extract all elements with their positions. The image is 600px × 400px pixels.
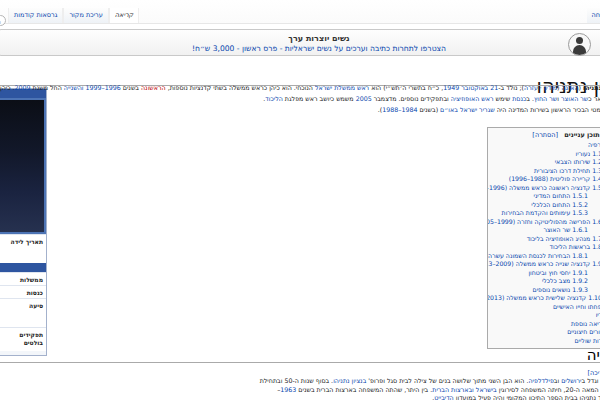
bio-line-1: נולד בתל אביב וגדל בירושלים ובפילדלפיה. …	[260, 377, 600, 384]
text-run: . כיהן גם כשר	[0, 84, 15, 91]
text-run: משמש כיושב ראש מפלגת	[283, 95, 356, 102]
text-run: , שם למד נתניהו בבית הספר התיכון המקומי …	[454, 394, 600, 400]
inline-link[interactable]: והשנייה	[64, 84, 84, 91]
sitenotice-banner: נשים יוצרות ערך הצטרפו לתחרות כתיבה וערכ…	[0, 29, 600, 56]
tab-version-history[interactable]: גרסאות קודמות	[8, 8, 63, 23]
text-run: שנות ה-60 של המאה ה-20, חיתה המשפחה לסיר…	[497, 386, 600, 393]
toc-item[interactable]: 1.2 שירותו הצבאי	[488, 158, 600, 167]
inline-link[interactable]: עזרה	[524, 84, 538, 91]
text-run: החל משנת	[31, 84, 64, 91]
tab-edit-source[interactable]: עריכת מקור	[63, 8, 108, 23]
inline-link[interactable]: ראש ממשלת ישראל	[315, 84, 369, 91]
toc-item[interactable]: 1.10 קדנציה שלישית כראש ממשלה (2013–)	[488, 294, 600, 303]
subsection-heading-youth: נעוריו [עריכה]	[588, 366, 600, 377]
inline-link[interactable]: שר האוצר	[561, 95, 588, 102]
table-of-contents: תוכן עניינים [הסתרה] 1 ביוגרפיה1.1 נעורי…	[487, 127, 600, 349]
toc-item[interactable]: 1.3 תחילת דרכו הציבורית	[488, 167, 600, 176]
inline-link[interactable]: שגריר ישראל באו״ם	[440, 106, 495, 113]
inline-link[interactable]: 2009	[15, 84, 31, 91]
infobox-row-roles-label: תפקידים בולטים	[0, 327, 46, 351]
text-run: ובתפקידים נוספים. מדצמבר	[372, 95, 451, 102]
toc-item[interactable]: 1.8 בראשות הליכוד	[488, 243, 600, 252]
text-run: , בין השאר כ	[588, 95, 600, 102]
section-edit-link[interactable]: [עריכה]	[588, 369, 600, 377]
inline-link[interactable]: 2005	[356, 95, 372, 102]
inline-link[interactable]: מידע	[544, 84, 557, 91]
inline-link[interactable]: בנציון נתניהו	[333, 377, 366, 384]
text-run: בשנים	[121, 84, 141, 91]
section-heading-underline	[0, 362, 600, 363]
text-run: שימש	[494, 95, 513, 102]
toc-item[interactable]: 2 משפחתו וחייו האישיים	[488, 303, 600, 312]
toc-item[interactable]: 1.8.1 הבחירות לכנסת השמונה עשרה	[488, 252, 600, 261]
portrait-photo[interactable]	[0, 98, 46, 234]
toc-item[interactable]: 1.6.1 שר האוצר	[488, 226, 600, 235]
inline-link[interactable]: בישראל	[476, 386, 497, 393]
toc-item[interactable]: 1 ביוגרפיה	[488, 141, 600, 150]
inline-link[interactable]: האזנה	[561, 84, 578, 91]
page-action-tabs: גרסאות קודמות עריכת מקור קריאה	[8, 8, 139, 23]
toc-item[interactable]: 1.5.3 עימותים והקדמת הבחירות	[488, 209, 600, 218]
text-run: (בשנים	[417, 106, 440, 113]
inline-link[interactable]: שר החוץ	[534, 95, 557, 102]
text-run: , כ״ח בתשרי ה׳תש״י) הוא	[369, 84, 443, 91]
lead-line-3: תפקידו הדיפלומטי הבכיר הראשון בשירות המד…	[378, 106, 600, 113]
banner-cta-link[interactable]: הצטרפו לתחרות כתיבה וערכים על נשים ישראל…	[0, 44, 600, 53]
inline-link[interactable]: ראש האופוזיציה	[451, 95, 494, 102]
toc-item[interactable]: 1.5.1 התחום המדיני	[488, 192, 600, 201]
inline-link[interactable]: הליכוד	[265, 95, 283, 102]
infobox-row-birth-value	[0, 247, 46, 263]
inline-link[interactable]: הדיבייט	[434, 394, 454, 400]
inline-link[interactable]: כנסת	[512, 95, 526, 102]
banner-title: נשים יוצרות ערך	[0, 34, 600, 43]
toc-item[interactable]: 1.9.2 מצב כלכלי	[488, 277, 600, 286]
toc-item[interactable]: 1.6 הפרישה מהפוליטיקה וחזרה (1999–2005)	[488, 218, 600, 227]
bio-line-3: 1967, שם למד נתניהו בבית הספר התיכון המק…	[432, 394, 600, 400]
text-run: . ב	[526, 95, 534, 102]
inline-link[interactable]: 1996–1999	[86, 84, 121, 91]
lead-line-1: בנימין (ביבי) נתניהו (האזנה (מידע · עזרה…	[0, 84, 600, 91]
infobox-row-governments-label: ממשלות	[0, 272, 46, 285]
toc-item[interactable]: 1.9.1 יחסי חוץ וביטחון	[488, 269, 600, 278]
logo-head-shape	[576, 37, 583, 44]
infobox-row-knessets-label: כנסות	[0, 285, 46, 298]
text-run: . בסוף שנות ה-50 ובתחילת	[260, 377, 333, 384]
inline-link[interactable]: 1963	[280, 386, 296, 393]
logo-body-shape	[573, 45, 586, 55]
toc-item[interactable]: 4 לקריאה נוספת	[488, 320, 600, 329]
toc-item[interactable]: 1.5.2 התחום הכלכלי	[488, 201, 600, 210]
text-run: תפקידו הדיפלומטי הבכיר הראשון בשירות המד…	[495, 106, 600, 113]
toc-item[interactable]: 1.1 נעוריו	[488, 150, 600, 159]
bio-line-2: שנות ה-60 של המאה ה-20, חיתה המשפחה לסיר…	[277, 386, 600, 393]
browser-viewport: חיפוש גרסאות קודמות עריכת מקור קריאה שיח…	[0, 0, 600, 400]
text-run: בנימין (ביבי) נתניהו	[583, 84, 600, 91]
search-input[interactable]: חיפוש	[0, 15, 6, 26]
toc-item[interactable]: 1.9.3 נושאים נוספים	[488, 286, 600, 295]
inline-redlink[interactable]: הראשונה	[141, 84, 166, 91]
tab-read[interactable]: קריאה	[109, 8, 139, 23]
inline-link[interactable]: 1949	[443, 84, 459, 91]
text-run: ); נולד ב-	[498, 84, 524, 91]
toc-header: תוכן עניינים [הסתרה]	[488, 131, 600, 139]
infobox-row-faction-label: סיעה	[0, 298, 46, 311]
inline-link[interactable]: ירושלים	[561, 377, 581, 384]
inline-link[interactable]: 1984–1988	[382, 106, 417, 113]
toc-hide-link[interactable]: [הסתרה]	[532, 131, 558, 139]
toc-item[interactable]: 3 ספריו	[488, 311, 600, 320]
text-run: . הוא הבן השני מתוך שלושה בנים של צילה ל…	[366, 377, 528, 384]
contest-logo-icon	[568, 33, 591, 56]
toc-item[interactable]: 1.7 מנהיג האופוזיציה בליכוד	[488, 235, 600, 244]
infobox-section-bar	[0, 263, 46, 272]
infobox-row-birth-label: תאריך לידה	[0, 234, 46, 247]
inline-link[interactable]: פילדלפיה	[528, 377, 553, 384]
toc-item[interactable]: 6 הערות שוליים	[488, 337, 600, 346]
inline-link[interactable]: 21 באוקטובר	[461, 84, 498, 91]
text-run: וגדל ב	[581, 377, 600, 384]
toc-item[interactable]: 5 קישורים חיצוניים	[488, 328, 600, 337]
text-run: . בין היתר, שהתה המשפחה בארצות הברית בשנ…	[296, 386, 432, 393]
inline-link[interactable]: ובארצות הברית	[432, 386, 474, 393]
tab-talk-fragment[interactable]: שיחה	[587, 8, 600, 23]
toc-item[interactable]: 1.4 קריירה פוליטית (1988–1996)	[488, 175, 600, 184]
toc-item[interactable]: 1.5 קדנציה ראשונה כראש ממשלה (1996–1999)	[488, 184, 600, 193]
toc-item[interactable]: 1.9 קדנציה שנייה כראש ממשלה (2009–2013)	[488, 260, 600, 269]
